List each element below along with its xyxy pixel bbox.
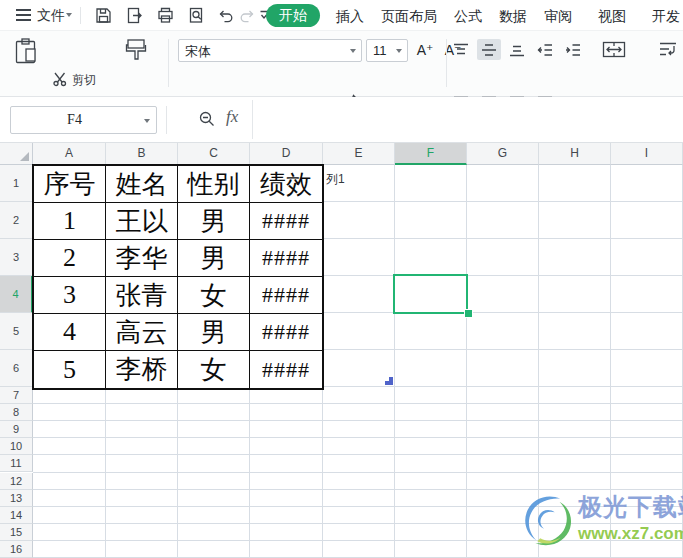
ribbon: 粘贴 剪切 复制 格式刷 宋体 11 A⁺ A⁻ B I U A — [0, 30, 683, 97]
row-header-9[interactable]: 9 — [0, 421, 33, 438]
column-header-I[interactable]: I — [611, 143, 683, 165]
cell-B2[interactable]: 王以 — [106, 203, 178, 240]
file-menu[interactable]: 文件 — [37, 7, 65, 25]
cell-A3[interactable]: 2 — [34, 240, 106, 277]
align-top-icon[interactable] — [449, 39, 473, 60]
tab-review[interactable]: 审阅 — [544, 6, 572, 26]
font-name-select[interactable]: 宋体 — [178, 39, 362, 62]
format-painter-icon[interactable] — [123, 37, 149, 69]
print-preview-icon[interactable] — [187, 6, 206, 25]
increase-font-button[interactable]: A⁺ — [414, 39, 436, 61]
menu-icon[interactable] — [16, 9, 31, 21]
row-header-11[interactable]: 11 — [0, 455, 33, 472]
cell-B3[interactable]: 李华 — [106, 240, 178, 277]
merge-center-icon[interactable] — [602, 41, 626, 62]
cell-B1[interactable]: 姓名 — [106, 166, 178, 203]
column-header-A[interactable]: A — [33, 143, 106, 165]
tab-formulas[interactable]: 公式 — [454, 6, 482, 26]
redo-icon[interactable] — [238, 6, 257, 25]
gridline — [33, 420, 683, 421]
wrap-text-icon[interactable] — [658, 41, 678, 62]
column-header-H[interactable]: H — [539, 143, 611, 165]
cell-A4[interactable]: 3 — [34, 277, 106, 314]
column-header-F[interactable]: F — [395, 143, 467, 165]
print-icon[interactable] — [156, 6, 175, 25]
row-header-8[interactable]: 8 — [0, 404, 33, 421]
watermark-site-url: www.xz7.com — [578, 524, 683, 544]
wrap-text-group: 自动换行 — [650, 31, 683, 98]
cell-D1[interactable]: 绩效 — [250, 166, 322, 203]
increase-indent-icon[interactable] — [561, 39, 585, 60]
cell-A6[interactable]: 5 — [34, 351, 106, 388]
cell-B4[interactable]: 张青 — [106, 277, 178, 314]
cell-D3[interactable]: #### — [250, 240, 322, 277]
chevron-down-icon[interactable] — [66, 13, 72, 17]
cell-B6[interactable]: 李桥 — [106, 351, 178, 388]
row-header-14[interactable]: 14 — [0, 507, 33, 524]
tab-data[interactable]: 数据 — [499, 6, 527, 26]
cell-C6[interactable]: 女 — [178, 351, 250, 388]
gridline — [33, 454, 683, 455]
active-cell-outline — [393, 274, 468, 314]
cell-C5[interactable]: 男 — [178, 314, 250, 351]
cell-D2[interactable]: #### — [250, 203, 322, 240]
select-all-corner[interactable] — [0, 143, 33, 165]
tab-home[interactable]: 开始 — [266, 4, 320, 27]
cell-D4[interactable]: #### — [250, 277, 322, 314]
cell-C4[interactable]: 女 — [178, 277, 250, 314]
formula-input[interactable] — [252, 100, 683, 139]
cell-D5[interactable]: #### — [250, 314, 322, 351]
insert-function-icon[interactable]: fx — [226, 107, 238, 127]
decrease-indent-icon[interactable] — [533, 39, 557, 60]
cell-A2[interactable]: 1 — [34, 203, 106, 240]
cell-e1-overflow-text[interactable]: 列1 — [326, 171, 345, 188]
cell-B5[interactable]: 高云 — [106, 314, 178, 351]
row-header-12[interactable]: 12 — [0, 473, 33, 490]
formula-bar: F4 fx — [0, 97, 683, 143]
cell-C3[interactable]: 男 — [178, 240, 250, 277]
column-header-C[interactable]: C — [178, 143, 250, 165]
cell-C1[interactable]: 性别 — [178, 166, 250, 203]
cut-button[interactable]: 剪切 — [72, 72, 96, 89]
row-header-6[interactable]: 6 — [0, 350, 33, 387]
tab-page-layout[interactable]: 页面布局 — [381, 6, 437, 26]
column-header-E[interactable]: E — [323, 143, 395, 165]
column-header-D[interactable]: D — [250, 143, 323, 165]
row-header-1[interactable]: 1 — [0, 165, 33, 202]
row-header-3[interactable]: 3 — [0, 239, 33, 276]
autofill-options-icon[interactable] — [385, 371, 393, 389]
chevron-down-icon[interactable] — [144, 119, 150, 123]
name-box[interactable]: F4 — [10, 106, 157, 134]
align-middle-icon[interactable] — [477, 39, 501, 60]
spreadsheet-grid: ABCDEFGHI12345678910111213141516序号姓名性别绩效… — [0, 143, 683, 558]
cell-A1[interactable]: 序号 — [34, 166, 106, 203]
gridline — [394, 165, 395, 558]
column-header-B[interactable]: B — [106, 143, 178, 165]
row-header-7[interactable]: 7 — [0, 387, 33, 404]
row-header-15[interactable]: 15 — [0, 524, 33, 541]
undo-icon[interactable] — [216, 6, 235, 25]
fill-handle[interactable] — [464, 309, 473, 318]
cut-icon[interactable] — [52, 71, 68, 87]
row-header-4[interactable]: 4 — [0, 276, 33, 313]
tab-insert[interactable]: 插入 — [336, 6, 364, 26]
export-icon[interactable] — [125, 6, 144, 25]
font-size-select[interactable]: 11 — [366, 39, 408, 62]
cell-D6[interactable]: #### — [250, 351, 322, 388]
save-icon[interactable] — [94, 6, 113, 25]
tab-view[interactable]: 视图 — [598, 6, 626, 26]
column-header-G[interactable]: G — [467, 143, 539, 165]
group-divider — [446, 39, 447, 87]
row-header-10[interactable]: 10 — [0, 438, 33, 455]
align-bottom-icon[interactable] — [505, 39, 529, 60]
row-header-5[interactable]: 5 — [0, 313, 33, 350]
row-header-13[interactable]: 13 — [0, 490, 33, 507]
cell-C2[interactable]: 男 — [178, 203, 250, 240]
zoom-search-icon[interactable] — [198, 110, 216, 132]
tab-developer[interactable]: 开发 — [652, 6, 680, 26]
row-header-2[interactable]: 2 — [0, 202, 33, 239]
aurora-logo-icon — [518, 491, 576, 549]
paste-icon[interactable] — [13, 37, 39, 69]
cell-A5[interactable]: 4 — [34, 314, 106, 351]
row-header-16[interactable]: 16 — [0, 541, 33, 558]
